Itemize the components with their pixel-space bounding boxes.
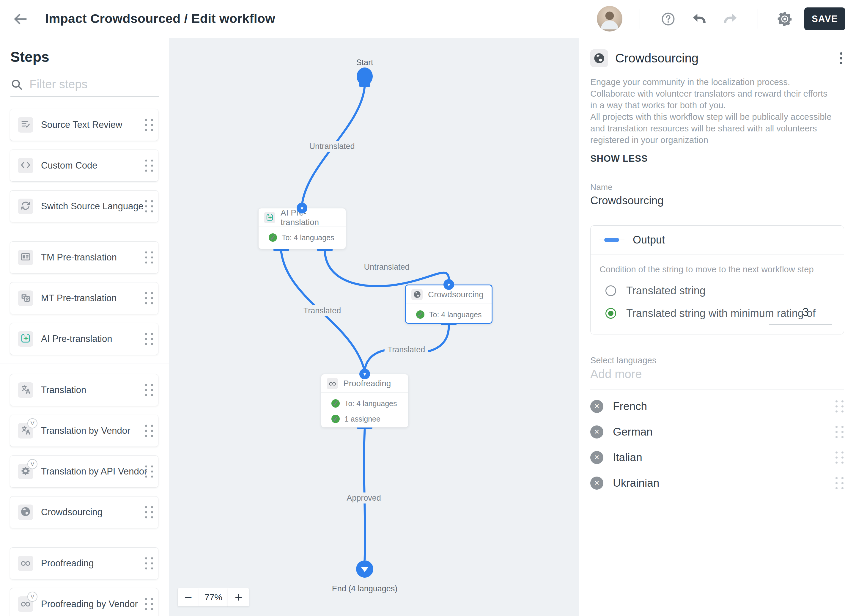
radio-icon[interactable]	[605, 285, 616, 296]
filter-steps-field[interactable]	[11, 78, 159, 97]
drag-handle-icon[interactable]	[145, 598, 153, 610]
step-card[interactable]: Translation	[10, 374, 159, 406]
vendor-badge: V	[27, 459, 37, 469]
workflow-canvas[interactable]: Start End (4 languages) Untranslated Unt…	[169, 38, 579, 616]
drag-handle-icon[interactable]	[145, 251, 153, 264]
ai-icon	[20, 333, 31, 345]
back-arrow-icon[interactable]	[12, 11, 28, 27]
remove-language-icon[interactable]: ✕	[590, 451, 604, 464]
min-rating-input[interactable]: 3	[802, 306, 809, 319]
search-icon	[11, 78, 23, 91]
step-description: Engage your community in the localizatio…	[590, 76, 833, 146]
add-more-languages-input[interactable]: Add more	[590, 368, 844, 390]
steps-sidebar: Steps Source Text Review Custom Code Swi…	[0, 38, 169, 616]
node-crowdsourcing[interactable]: Crowdsourcing✓To: 4 languages	[405, 285, 493, 324]
redo-icon[interactable]	[722, 10, 739, 28]
language-name: Italian	[613, 451, 642, 464]
step-card[interactable]: V Translation by Vendor	[10, 415, 159, 447]
remove-language-icon[interactable]: ✕	[590, 425, 604, 439]
check-icon: ✓	[416, 310, 425, 319]
drag-handle-icon[interactable]	[145, 333, 153, 345]
show-less-button[interactable]: SHOW LESS	[590, 153, 648, 164]
drag-handle-icon[interactable]	[836, 400, 844, 413]
start-node-circle	[357, 68, 373, 85]
avatar[interactable]	[597, 6, 622, 31]
drag-handle-icon[interactable]	[145, 557, 153, 570]
kebab-menu-icon[interactable]	[837, 49, 845, 67]
step-card[interactable]: Custom Code	[10, 149, 159, 182]
undo-icon[interactable]	[690, 10, 708, 28]
selected-languages-list: ✕ French ✕ German ✕ Italian ✕ Ukrainian	[590, 394, 845, 496]
node-ai-pre-translation[interactable]: AI Pre-translation✓To: 4 languages	[258, 208, 346, 249]
end-label: End (4 languages)	[332, 584, 398, 593]
step-card-label: TM Pre-translation	[41, 252, 117, 263]
condition-option[interactable]: Translated string with minimum rating of…	[605, 307, 835, 320]
glasses-icon	[20, 557, 31, 569]
remove-language-icon[interactable]: ✕	[590, 400, 604, 413]
drag-handle-icon[interactable]	[836, 451, 844, 464]
language-row: ✕ Italian	[590, 445, 845, 470]
output-title: Output	[633, 234, 665, 246]
language-name: German	[613, 426, 653, 438]
drag-handle-icon[interactable]	[145, 119, 153, 131]
check-icon: ✓	[331, 415, 340, 423]
description-line: Engage your community in the localizatio…	[590, 76, 833, 111]
toolbar-divider	[757, 9, 758, 29]
check-icon: ✓	[331, 399, 340, 408]
node-row-text: To: 4 languages	[429, 310, 482, 319]
drag-handle-icon[interactable]	[836, 426, 844, 438]
drag-handle-icon[interactable]	[145, 292, 153, 305]
check-icon: ✓	[269, 233, 277, 242]
condition-label: Condition of the string to move to the n…	[599, 265, 835, 274]
steps-list: Source Text Review Custom Code Switch So…	[0, 109, 169, 616]
steps-group-divider	[0, 363, 169, 364]
start-label: Start	[356, 58, 373, 67]
step-card-label: Translation	[41, 385, 86, 396]
condition-option-label: Translated string	[626, 285, 706, 297]
step-card-label: Crowdsourcing	[41, 507, 103, 517]
step-card[interactable]: V Translation by API Vendor	[10, 456, 159, 488]
step-card[interactable]: TM Pre-translation	[10, 242, 159, 274]
help-icon[interactable]	[659, 10, 677, 28]
remove-language-icon[interactable]: ✕	[590, 477, 604, 490]
name-input[interactable]: Crowdsourcing	[590, 194, 845, 213]
drag-handle-icon[interactable]	[145, 384, 153, 396]
edge-arrow-pin: ▼	[443, 279, 454, 290]
workflow-editor: Impact Crowdsourced / Edit workflow SAVE…	[0, 0, 856, 616]
step-card[interactable]: Crowdsourcing	[10, 496, 159, 528]
step-card[interactable]: V Proofreading by Vendor	[10, 588, 159, 616]
language-row: ✕ German	[590, 419, 845, 445]
min-rating-underline	[769, 324, 832, 325]
drag-handle-icon[interactable]	[145, 200, 153, 213]
ai-icon	[264, 212, 275, 223]
radio-icon[interactable]	[605, 308, 616, 319]
step-card-label: Translation by Vendor	[41, 425, 130, 436]
zoom-out-button[interactable]: −	[177, 588, 199, 607]
drag-handle-icon[interactable]	[145, 465, 153, 478]
drag-handle-icon[interactable]	[145, 425, 153, 437]
output-connector-icon	[599, 238, 625, 242]
edge-label-approved: Approved	[343, 493, 384, 504]
step-card-label: Proofreading by Vendor	[41, 599, 138, 610]
step-card[interactable]: G MT Pre-translation	[10, 282, 159, 314]
globe-icon	[411, 289, 423, 300]
description-line: All projects with this workflow step wil…	[590, 111, 833, 146]
zoom-in-button[interactable]: +	[228, 588, 249, 607]
drag-handle-icon[interactable]	[145, 506, 153, 519]
save-button[interactable]: SAVE	[804, 8, 845, 30]
edge-label-translated: Translated	[300, 305, 344, 316]
step-card[interactable]: Switch Source Language	[10, 190, 159, 222]
zoom-level: 77%	[199, 588, 228, 607]
drag-handle-icon[interactable]	[836, 477, 844, 489]
drag-handle-icon[interactable]	[145, 160, 153, 172]
page-title: Impact Crowdsourced / Edit workflow	[45, 11, 275, 26]
step-card[interactable]: Proofreading	[10, 547, 159, 579]
settings-gear-icon[interactable]	[776, 10, 794, 28]
step-card[interactable]: Source Text Review	[10, 109, 159, 141]
node-proofreading[interactable]: Proofreading✓To: 4 languages✓1 assignee	[321, 374, 408, 428]
step-settings-panel: Crowdsourcing Engage your community in t…	[579, 38, 856, 616]
condition-option[interactable]: Translated string	[605, 285, 835, 297]
step-card[interactable]: AI Pre-translation	[10, 323, 159, 355]
node-title: Crowdsourcing	[428, 290, 483, 299]
filter-steps-input[interactable]	[29, 78, 159, 91]
